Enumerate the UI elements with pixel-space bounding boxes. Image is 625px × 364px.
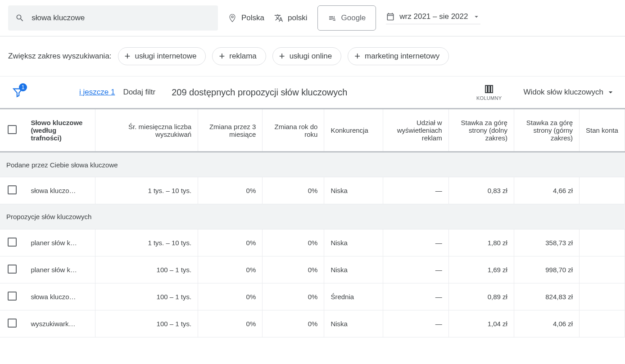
broaden-search-row: Zwiększ zakres wyszukiwania: +usługi int… xyxy=(0,36,625,76)
cell-competition: Niska xyxy=(324,310,383,337)
plus-icon: + xyxy=(125,51,131,61)
cell-account-status xyxy=(580,283,625,310)
date-range-label: wrz 2021 – sie 2022 xyxy=(399,12,468,21)
cell-competition: Niska xyxy=(324,229,383,256)
table-row[interactable]: planer słów k…1 tys. – 10 tys.0%0%Niska—… xyxy=(0,229,625,256)
col-keyword[interactable]: Słowo kluczowe (według trafności) xyxy=(24,109,95,152)
view-dropdown[interactable]: Widok słów kluczowych xyxy=(523,88,615,97)
cell-impression-share: — xyxy=(383,310,448,337)
cell-change-3m: 0% xyxy=(198,177,263,204)
table-row[interactable]: wyszukiwark…100 – 1 tys.0%0%Niska—1,04 z… xyxy=(0,310,625,337)
calendar-icon xyxy=(386,12,395,21)
language-label: polski xyxy=(288,13,307,22)
cell-bid-low: 0,89 zł xyxy=(448,283,514,310)
cell-avg-search: 100 – 1 tys. xyxy=(95,310,198,337)
columns-icon xyxy=(484,84,494,94)
plus-icon: + xyxy=(219,51,225,61)
keywords-table: Słowo kluczowe (według trafności) Śr. mi… xyxy=(0,108,625,337)
cell-change-yoy: 0% xyxy=(263,177,324,204)
svg-line-1 xyxy=(335,20,335,21)
broaden-chip[interactable]: +usługi internetowe xyxy=(118,47,206,65)
filter-button[interactable]: 1 xyxy=(10,84,26,100)
cell-competition: Niska xyxy=(324,256,383,283)
translate-icon xyxy=(274,13,283,22)
table-row[interactable]: słowa kluczo…1 tys. – 10 tys.0%0%Niska—0… xyxy=(0,177,625,204)
more-filters-link[interactable]: i jeszcze 1 xyxy=(79,88,115,97)
top-bar: Polska polski Google wrz 2021 – sie 2022 xyxy=(0,0,625,36)
filter-toolbar: 1 i jeszcze 1 Dodaj filtr 209 dostępnych… xyxy=(0,76,625,108)
cell-competition: Średnia xyxy=(324,283,383,310)
cell-bid-high: 4,06 zł xyxy=(514,310,579,337)
cell-keyword: planer słów k… xyxy=(24,229,95,256)
col-bid-high[interactable]: Stawka za górę strony (górny zakres) xyxy=(514,109,579,152)
cell-bid-low: 1,80 zł xyxy=(448,229,514,256)
broaden-chip[interactable]: +usługi online xyxy=(272,47,341,65)
chip-label: usługi online xyxy=(290,52,332,61)
table-row[interactable]: słowa kluczo…100 – 1 tys.0%0%Średnia—0,8… xyxy=(0,283,625,310)
cell-change-yoy: 0% xyxy=(263,310,324,337)
plus-icon: + xyxy=(354,51,360,61)
cell-impression-share: — xyxy=(383,229,448,256)
checkbox-icon xyxy=(8,319,17,328)
cell-change-3m: 0% xyxy=(198,229,263,256)
location-icon xyxy=(228,13,237,22)
cell-impression-share: — xyxy=(383,256,448,283)
network-selector[interactable]: Google xyxy=(317,5,376,31)
broaden-chip[interactable]: +marketing internetowy xyxy=(348,47,449,65)
cell-keyword: słowa kluczo… xyxy=(24,177,95,204)
cell-bid-high: 998,70 zł xyxy=(514,256,579,283)
columns-label: KOLUMNY xyxy=(476,95,502,101)
checkbox-icon xyxy=(8,185,17,194)
cell-change-3m: 0% xyxy=(198,310,263,337)
chip-label: reklama xyxy=(229,52,256,61)
select-all-cell[interactable] xyxy=(0,109,24,152)
columns-button[interactable]: KOLUMNY xyxy=(476,84,502,101)
network-label: Google xyxy=(341,13,366,22)
cell-change-yoy: 0% xyxy=(263,256,324,283)
row-checkbox-cell[interactable] xyxy=(0,177,24,204)
cell-change-3m: 0% xyxy=(198,283,263,310)
broaden-chip[interactable]: +reklama xyxy=(212,47,266,65)
checkbox-icon xyxy=(8,238,17,247)
location-selector[interactable]: Polska xyxy=(228,13,264,22)
cell-change-yoy: 0% xyxy=(263,229,324,256)
table-row[interactable]: planer słów k…100 – 1 tys.0%0%Niska—1,69… xyxy=(0,256,625,283)
cell-account-status xyxy=(580,310,625,337)
checkbox-icon xyxy=(8,292,17,301)
cell-impression-share: — xyxy=(383,283,448,310)
date-range-picker[interactable]: wrz 2021 – sie 2022 xyxy=(386,12,480,24)
row-checkbox-cell[interactable] xyxy=(0,229,24,256)
search-input-container[interactable] xyxy=(8,5,218,31)
view-label: Widok słów kluczowych xyxy=(523,88,603,97)
col-change-yoy[interactable]: Zmiana rok do roku xyxy=(263,109,324,152)
table-section-row: Propozycje słów kluczowych xyxy=(0,204,625,229)
location-label: Polska xyxy=(241,13,264,22)
cell-competition: Niska xyxy=(324,177,383,204)
table-header-row: Słowo kluczowe (według trafności) Śr. mi… xyxy=(0,109,625,152)
chip-label: usługi internetowe xyxy=(135,52,196,61)
cell-change-yoy: 0% xyxy=(263,283,324,310)
row-checkbox-cell[interactable] xyxy=(0,310,24,337)
search-input[interactable] xyxy=(32,13,211,22)
row-checkbox-cell[interactable] xyxy=(0,283,24,310)
col-account-status[interactable]: Stan konta xyxy=(580,109,625,152)
col-change-3m[interactable]: Zmiana przez 3 miesiące xyxy=(198,109,263,152)
cell-bid-low: 1,69 zł xyxy=(448,256,514,283)
add-filter-button[interactable]: Dodaj filtr xyxy=(123,88,155,97)
network-icon xyxy=(328,14,336,22)
section-label: Propozycje słów kluczowych xyxy=(0,204,625,229)
row-checkbox-cell[interactable] xyxy=(0,256,24,283)
col-competition[interactable]: Konkurencja xyxy=(324,109,383,152)
language-selector[interactable]: polski xyxy=(274,13,307,22)
table-section-row: Podane przez Ciebie słowa kluczowe xyxy=(0,152,625,177)
checkbox-icon xyxy=(8,265,17,274)
cell-account-status xyxy=(580,177,625,204)
cell-keyword: słowa kluczo… xyxy=(24,283,95,310)
cell-keyword: wyszukiwark… xyxy=(24,310,95,337)
col-bid-low[interactable]: Stawka za górę strony (dolny zakres) xyxy=(448,109,514,152)
chip-label: marketing internetowy xyxy=(365,52,439,61)
col-avg-search[interactable]: Śr. miesięczna liczba wyszukiwań xyxy=(95,109,198,152)
cell-account-status xyxy=(580,256,625,283)
col-impression-share[interactable]: Udział w wyświetleniach reklam xyxy=(383,109,448,152)
cell-keyword: planer słów k… xyxy=(24,256,95,283)
